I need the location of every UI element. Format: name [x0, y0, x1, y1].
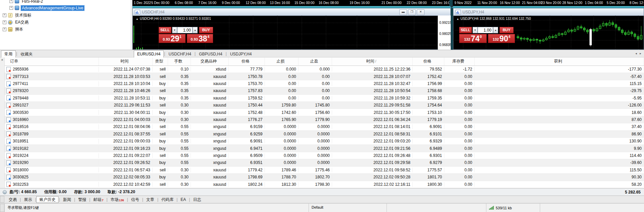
column-header-9[interactable]: 价格 — [413, 57, 444, 66]
close-button[interactable]: ✕ — [417, 9, 425, 15]
column-header-3[interactable]: 手数 — [168, 57, 191, 66]
cell-col10: 0.00 — [444, 160, 475, 165]
cell-col9: 1758.68 — [413, 88, 444, 93]
toolbox-tab-市场[interactable]: 市场136 — [108, 197, 127, 203]
usdjpy-volume-field[interactable]: 1.00 — [478, 27, 493, 33]
toolbox-tab-展示[interactable]: 展示 — [21, 197, 35, 203]
navigator-item--[interactable]: +ƒ技术指标 — [3, 12, 32, 18]
splitter-arrow-icon[interactable] — [450, 6, 454, 8]
usdjpy-volume-increase[interactable]: ▲ — [493, 27, 498, 33]
expand-icon[interactable]: + — [3, 13, 6, 17]
table-row[interactable]: 30169602022.12.01 04:00:03buy0.30xauusd1… — [5, 116, 644, 123]
table-row[interactable]: 30187892022.12.01 08:37:55sell0.55xngusd… — [5, 131, 644, 138]
table-row[interactable]: 30035302022.11.30 04:00:11buy0.30xauusd1… — [5, 109, 644, 116]
tab-scroll-right-icon[interactable]: ▸ — [638, 51, 643, 56]
expand-icon[interactable]: + — [9, 6, 13, 10]
tab-separator: | — [74, 197, 75, 202]
cell-col8: 2022.11.28 10:59:32 — [332, 96, 413, 100]
table-row[interactable]: 29784482022.11.28 10:53:11buy0.35xauusd1… — [5, 95, 644, 102]
column-header-0[interactable]: 订单 — [5, 57, 99, 66]
usdjpy-sell-button[interactable]: SELL — [459, 27, 472, 33]
usdchf-buy-button[interactable]: BUY — [199, 27, 213, 33]
chart-tab-eurusd-h4[interactable]: EURUSD,H4 — [134, 50, 164, 58]
usdjpy-titlebar[interactable]: USDJPY,H4 — [453, 8, 644, 16]
table-row[interactable]: 30308252022.12.02 08:05:33buy0.30xauusd1… — [5, 174, 644, 181]
usdchf-sell-button[interactable]: SELL — [159, 27, 171, 33]
toolbox-tab-警报[interactable]: 警报 — [76, 197, 89, 203]
tab-scroll-left-icon[interactable]: ◂ — [634, 51, 638, 56]
table-row[interactable]: 29773132022.11.28 10:03:53sell0.35xauusd… — [5, 73, 644, 80]
toolbox-close-button[interactable]: × — [0, 57, 4, 62]
column-header-11[interactable]: 获利 — [475, 57, 644, 66]
expand-icon[interactable]: + — [3, 20, 6, 24]
cell-col11: 58.20 — [475, 182, 644, 187]
table-row[interactable]: 30189512022.12.01 09:00:03buy0.55xngusd6… — [5, 138, 644, 145]
cell-col3: 0.30 — [168, 103, 191, 108]
usdchf-sell-price[interactable]: 0.93291 — [159, 34, 186, 43]
panel-handle-bottom[interactable] — [0, 204, 4, 212]
usdchf-titlebar[interactable]: USDCHF,H4 ▬ ❐ ✕ — [133, 8, 450, 16]
column-header-7[interactable]: 止盈 — [298, 57, 332, 66]
navigator-tab-收藏夹[interactable]: 收藏夹 — [17, 51, 36, 57]
navigator-item-ea-[interactable]: +EA交易 — [3, 19, 30, 26]
usdjpy-buy-price[interactable]: 132904 — [488, 34, 515, 43]
column-header-8[interactable]: 时间/ — [332, 57, 413, 66]
table-row[interactable]: 30192242022.12.01 09:22:07sell0.55xngusd… — [5, 152, 644, 159]
toolbox-tab-邮箱[interactable]: 邮箱7 — [91, 197, 106, 203]
column-header-2[interactable]: 类型 — [153, 57, 168, 66]
column-header-4[interactable]: 交易品种 — [191, 57, 229, 66]
toolbox-tab-新闻[interactable]: 新闻 — [60, 197, 74, 203]
table-row[interactable]: 29559362022.11.24 07:07:38sell0.10xtiusd… — [5, 66, 644, 73]
status-profile[interactable]: Default — [309, 204, 387, 212]
column-header-10[interactable]: 库存费 — [444, 57, 475, 66]
history-header-row[interactable]: 订单时间类型手数交易品种价格止损止盈时间/价格库存费获利 — [5, 57, 644, 66]
table-row[interactable]: 29783202022.11.28 10:46:26sell0.35xauusd… — [5, 87, 644, 94]
sort-indicator-icon: / — [375, 59, 376, 63]
collapse-arrow-icon[interactable]: ▲ — [136, 17, 138, 20]
table-row[interactable]: 29910272022.11.29 06:11:53sell0.30xauusd… — [5, 102, 644, 109]
toolbox-tab-信号[interactable]: 信号 — [128, 197, 142, 203]
usdchf-volume-increase[interactable]: ▲ — [193, 27, 198, 33]
usdjpy-buy-button[interactable]: BUY — [499, 27, 514, 33]
usdchf-volume-decrease[interactable]: ▼ — [172, 27, 177, 33]
table-row[interactable]: 30192902022.12.01 09:26:52buy0.55xngusd6… — [5, 159, 644, 166]
table-row[interactable]: 30180002022.12.01 06:57:43sell0.30xauusd… — [5, 167, 644, 174]
cell-col0: 3018000 — [5, 167, 99, 172]
panel-handle-top[interactable] — [0, 196, 4, 203]
usdchf-buy-price[interactable]: 0.93384 — [187, 34, 213, 43]
axis-tick-label: 15 Dec 00:00 — [294, 1, 315, 5]
table-row[interactable]: 30191822022.12.01 09:16:23buy0.55xngusd6… — [5, 145, 644, 152]
order-buy-icon — [6, 95, 11, 100]
expand-icon[interactable]: + — [9, 0, 13, 3]
toolbox-tab-ea[interactable]: EA — [178, 197, 189, 203]
restore-button[interactable]: ❐ — [408, 9, 416, 15]
cell-col3: 0.55 — [168, 146, 191, 151]
column-header-5[interactable]: 价格 — [229, 57, 265, 66]
column-header-1[interactable]: 时间 — [99, 57, 153, 66]
column-header-6[interactable]: 止损 — [265, 57, 298, 66]
navigator-item-fbs-real-2[interactable]: +FBS-Real-2 — [9, 0, 44, 4]
tab-label: GBPUSD,H4 — [199, 52, 222, 56]
table-row[interactable]: 30322532022.12.02 10:42:59sell0.30xauusd… — [5, 181, 644, 188]
collapse-arrow-icon[interactable]: ▲ — [456, 17, 459, 20]
minimize-button[interactable]: ▬ — [399, 9, 407, 15]
chart-tab-usdjpy-h4[interactable]: USDJPY,H4 — [227, 51, 254, 57]
toolbox-tab-账户历史[interactable]: 账户历史 — [36, 196, 58, 203]
window-divider[interactable] — [451, 8, 453, 50]
navigator-item-advancedmanagementgroup-live[interactable]: +AdvancedManagementGroup-Live — [9, 5, 84, 11]
navigator-tab-常用[interactable]: 常用 — [1, 50, 16, 58]
chart-tab-usdchf-h4[interactable]: USDCHF,H4 — [165, 51, 194, 57]
toolbox-tab-交易[interactable]: 交易 — [6, 197, 19, 203]
chart-tab-gbpusd-h4[interactable]: GBPUSD,H4 — [196, 51, 225, 57]
toolbox-tab-代码库[interactable]: 代码库 — [159, 197, 176, 203]
toolbox-tab-日志[interactable]: 日志 — [190, 197, 204, 203]
navigator-item--[interactable]: +脚本 — [3, 26, 24, 33]
usdjpy-volume-decrease[interactable]: ▼ — [473, 27, 478, 33]
toolbox-tab-文章[interactable]: 文章 — [144, 197, 157, 203]
expand-icon[interactable]: + — [3, 28, 6, 31]
cell-col9: 1753.10 — [413, 110, 444, 115]
usdjpy-sell-price[interactable]: 132740 — [459, 34, 487, 43]
table-row[interactable]: 30185162022.12.01 08:04:06sell0.55xngusd… — [5, 123, 644, 130]
table-row[interactable]: 29774112022.11.28 10:10:04buy0.35xauusd1… — [5, 80, 644, 87]
usdchf-volume-field[interactable]: 1.00 — [177, 27, 193, 33]
